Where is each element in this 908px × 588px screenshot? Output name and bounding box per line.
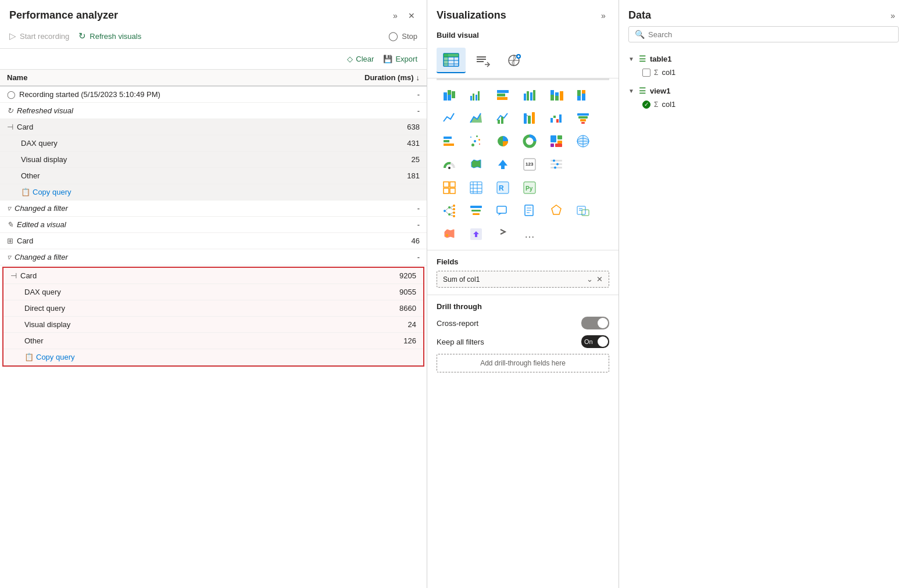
clustered-col-icon[interactable] bbox=[517, 84, 542, 106]
stacked-col-icon[interactable] bbox=[544, 84, 569, 106]
table-row: ▿ Changed a filter - bbox=[0, 200, 427, 217]
close-icon[interactable]: ✕ bbox=[406, 10, 417, 21]
copy-query-link2[interactable]: 📋 Copy query bbox=[24, 353, 74, 361]
remove-field-icon[interactable]: ✕ bbox=[596, 275, 603, 284]
clustered-bar-icon[interactable] bbox=[463, 84, 489, 106]
perf-panel-title: Performance analyzer bbox=[9, 9, 118, 21]
checkbox-view1-col1[interactable]: ✓ bbox=[642, 101, 650, 109]
export-button[interactable]: 💾 Export bbox=[383, 55, 417, 63]
filter2-icon: ▿ bbox=[7, 253, 11, 261]
search-input[interactable] bbox=[648, 30, 892, 39]
pie-chart-icon[interactable] bbox=[490, 130, 516, 152]
tree-child-view1-col1[interactable]: ✓ Σ col1 bbox=[628, 98, 899, 111]
qa-visual-icon[interactable] bbox=[544, 200, 569, 222]
format-mode-icon[interactable] bbox=[468, 48, 497, 73]
scatter-chart-icon[interactable] bbox=[463, 130, 489, 152]
data-expand-icon[interactable]: » bbox=[887, 10, 899, 21]
paginated-report-icon[interactable] bbox=[517, 200, 542, 222]
area-chart-icon[interactable] bbox=[463, 107, 489, 129]
stop-button[interactable]: ◯ Stop bbox=[388, 28, 417, 44]
stacked-bar-icon[interactable] bbox=[437, 84, 462, 106]
svg-line-105 bbox=[446, 211, 448, 214]
viz-expand-icon[interactable]: » bbox=[598, 10, 609, 21]
svg-rect-64 bbox=[550, 135, 556, 142]
viz-panel-header: Visualizations » bbox=[427, 0, 619, 26]
svg-point-73 bbox=[448, 167, 451, 169]
svg-rect-48 bbox=[577, 113, 589, 116]
clear-button[interactable]: ◇ Clear bbox=[347, 55, 374, 63]
svg-point-98 bbox=[448, 206, 451, 209]
copy2-icon: 📋 bbox=[24, 353, 34, 361]
hierarchy-slicer-icon[interactable] bbox=[463, 200, 489, 222]
table-visual-icon[interactable] bbox=[437, 177, 462, 199]
kpi-icon[interactable]: 123 bbox=[517, 153, 542, 175]
svg-rect-111 bbox=[471, 210, 481, 211]
fields-section: Fields Sum of col1 ⌄ ✕ bbox=[427, 250, 619, 295]
line-clustered-icon[interactable] bbox=[490, 107, 516, 129]
svg-marker-118 bbox=[552, 205, 561, 214]
azure-map-icon[interactable] bbox=[437, 223, 462, 245]
copy-query-link[interactable]: 📋 Copy query bbox=[21, 188, 71, 196]
svg-point-103 bbox=[453, 215, 455, 217]
add-drill-btn[interactable]: Add drill-through fields here bbox=[437, 354, 609, 372]
svg-rect-24 bbox=[497, 97, 507, 100]
r-visual-icon[interactable]: R bbox=[490, 177, 516, 199]
tree-item-table1[interactable]: ▼ ☰ table1 bbox=[628, 52, 899, 66]
tree-label-table1: table1 bbox=[650, 55, 672, 63]
100pct-col-icon[interactable] bbox=[570, 84, 596, 106]
tree-item-view1[interactable]: ▼ ☰ view1 bbox=[628, 84, 899, 98]
table-row: DAX query 431 bbox=[0, 135, 427, 152]
expand-icon[interactable]: » bbox=[389, 10, 401, 21]
filled-map-icon[interactable] bbox=[463, 153, 489, 175]
svg-rect-14 bbox=[444, 92, 447, 101]
field-chip[interactable]: Sum of col1 ⌄ ✕ bbox=[437, 271, 609, 288]
table-header: Name Duration (ms) ↓ bbox=[0, 70, 427, 87]
python-visual-icon[interactable]: Py bbox=[517, 177, 542, 199]
decomp-tree-icon[interactable] bbox=[437, 200, 462, 222]
slicer-icon[interactable] bbox=[544, 153, 569, 175]
table-row: 📋 Copy query bbox=[0, 184, 427, 200]
analytics-mode-icon[interactable] bbox=[499, 48, 528, 73]
perf-actions-row: ◇ Clear 💾 Export bbox=[0, 49, 427, 70]
svg-rect-16 bbox=[448, 95, 451, 101]
gauge-icon[interactable] bbox=[437, 153, 462, 175]
smart-narrative-icon[interactable] bbox=[570, 200, 596, 222]
svg-point-97 bbox=[444, 210, 446, 212]
cross-report-toggle[interactable]: Off bbox=[581, 317, 609, 329]
speech-bubble-icon[interactable] bbox=[490, 200, 516, 222]
100pct-bar-icon[interactable] bbox=[490, 84, 516, 106]
refresh-visuals-button[interactable]: ↻ Refresh visuals bbox=[78, 28, 141, 44]
tree-child-table1-col1[interactable]: Σ col1 bbox=[628, 66, 899, 79]
svg-point-100 bbox=[453, 205, 455, 207]
sort-icon: ↓ bbox=[416, 73, 420, 82]
svg-rect-56 bbox=[476, 135, 478, 137]
svg-rect-85 bbox=[444, 188, 449, 193]
keep-filters-toggle[interactable]: On bbox=[581, 335, 609, 348]
checkbox-table1-col1[interactable] bbox=[642, 69, 650, 77]
chevron-right-icon[interactable] bbox=[490, 223, 516, 245]
svg-rect-113 bbox=[497, 206, 506, 213]
svg-rect-35 bbox=[577, 90, 581, 96]
power-apps-icon[interactable] bbox=[463, 223, 489, 245]
matrix-icon[interactable] bbox=[463, 177, 489, 199]
waterfall-icon[interactable] bbox=[544, 107, 569, 129]
svg-rect-32 bbox=[555, 96, 559, 101]
svg-rect-25 bbox=[524, 94, 526, 101]
ribbon-chart-icon[interactable] bbox=[517, 107, 542, 129]
start-recording-button: ▷ Start recording bbox=[9, 28, 69, 44]
more-visuals-icon[interactable]: … bbox=[517, 223, 542, 245]
funnel-icon[interactable] bbox=[570, 107, 596, 129]
minus-box2-icon: ⊣ bbox=[10, 271, 17, 280]
bar-chart2-icon[interactable] bbox=[437, 130, 462, 152]
search-box[interactable]: 🔍 bbox=[628, 26, 899, 42]
fields-title: Fields bbox=[437, 257, 609, 266]
table-mode-icon[interactable] bbox=[437, 48, 466, 73]
treemap-icon[interactable] bbox=[544, 130, 569, 152]
table-row: ↻ Refreshed visual - bbox=[0, 103, 427, 119]
line-chart-icon[interactable] bbox=[437, 107, 462, 129]
field-chip-icons: ⌄ ✕ bbox=[587, 275, 603, 284]
donut-chart-icon[interactable] bbox=[517, 130, 542, 152]
chevron-down-icon[interactable]: ⌄ bbox=[587, 275, 593, 284]
arrow-chart-icon[interactable] bbox=[490, 153, 516, 175]
map-icon[interactable] bbox=[570, 130, 596, 152]
